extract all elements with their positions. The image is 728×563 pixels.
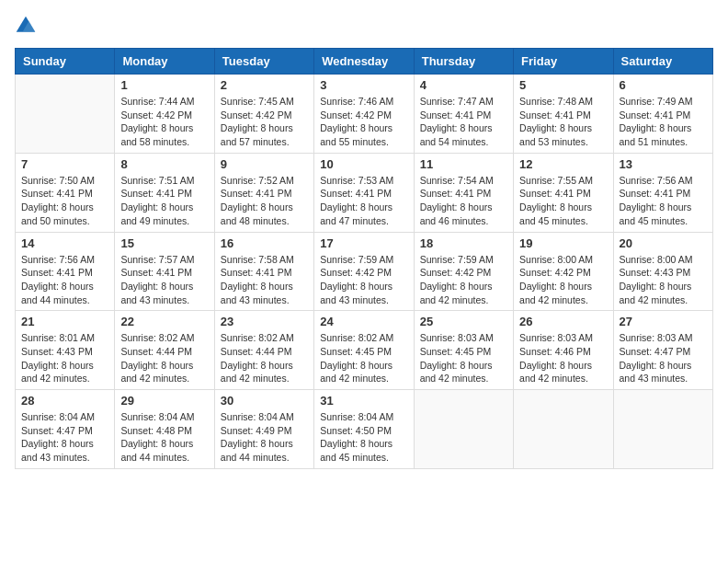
header-wednesday: Wednesday [314,49,414,75]
page-header [15,15,713,37]
day-number: 20 [620,236,707,250]
day-number: 14 [21,236,108,250]
day-detail: Sunrise: 8:00 AMSunset: 4:43 PMDaylight:… [620,253,707,307]
calendar-day-cell: 1Sunrise: 7:44 AMSunset: 4:42 PMDaylight… [115,75,214,154]
calendar-day-cell: 11Sunrise: 7:54 AMSunset: 4:41 PMDayligh… [414,153,513,232]
day-number: 23 [221,315,308,328]
day-detail: Sunrise: 7:45 AMSunset: 4:42 PMDaylight:… [221,95,308,149]
calendar-day-cell: 9Sunrise: 7:52 AMSunset: 4:41 PMDaylight… [214,153,313,232]
header-thursday: Thursday [414,49,513,75]
day-detail: Sunrise: 7:46 AMSunset: 4:42 PMDaylight:… [320,95,407,149]
calendar-day-cell: 19Sunrise: 8:00 AMSunset: 4:42 PMDayligh… [514,232,613,311]
day-detail: Sunrise: 8:04 AMSunset: 4:48 PMDaylight:… [120,410,208,465]
day-detail: Sunrise: 7:55 AMSunset: 4:41 PMDaylight:… [519,174,607,228]
logo [15,15,40,37]
day-number: 2 [221,78,308,92]
calendar-day-cell: 25Sunrise: 8:03 AMSunset: 4:45 PMDayligh… [414,311,513,390]
day-number: 6 [620,78,707,92]
header-friday: Friday [514,49,613,75]
day-detail: Sunrise: 8:03 AMSunset: 4:45 PMDaylight:… [420,331,507,385]
day-number: 30 [221,394,308,408]
day-detail: Sunrise: 8:03 AMSunset: 4:46 PMDaylight:… [519,331,607,385]
day-number: 16 [221,236,308,250]
day-number: 26 [519,315,607,328]
day-number: 5 [519,78,607,92]
calendar-day-cell [514,390,613,469]
day-detail: Sunrise: 7:47 AMSunset: 4:41 PMDaylight:… [420,95,507,149]
calendar-day-cell [16,75,115,154]
day-detail: Sunrise: 7:49 AMSunset: 4:41 PMDaylight:… [620,95,707,149]
calendar-day-cell: 12Sunrise: 7:55 AMSunset: 4:41 PMDayligh… [514,153,613,232]
day-detail: Sunrise: 7:50 AMSunset: 4:41 PMDaylight:… [21,174,108,228]
day-detail: Sunrise: 7:59 AMSunset: 4:42 PMDaylight:… [320,253,407,307]
day-number: 9 [221,157,308,171]
day-detail: Sunrise: 7:54 AMSunset: 4:41 PMDaylight:… [420,174,507,228]
day-number: 31 [320,394,407,408]
day-detail: Sunrise: 7:56 AMSunset: 4:41 PMDaylight:… [21,253,108,307]
calendar-day-cell: 18Sunrise: 7:59 AMSunset: 4:42 PMDayligh… [414,232,513,311]
day-detail: Sunrise: 8:04 AMSunset: 4:49 PMDaylight:… [221,410,308,465]
day-detail: Sunrise: 7:53 AMSunset: 4:41 PMDaylight:… [320,174,407,228]
day-detail: Sunrise: 7:44 AMSunset: 4:42 PMDaylight:… [120,95,208,149]
calendar-table: SundayMondayTuesdayWednesdayThursdayFrid… [15,48,713,469]
day-detail: Sunrise: 8:04 AMSunset: 4:50 PMDaylight:… [320,410,407,465]
calendar-day-cell: 2Sunrise: 7:45 AMSunset: 4:42 PMDaylight… [214,75,313,154]
calendar-day-cell: 26Sunrise: 8:03 AMSunset: 4:46 PMDayligh… [514,311,613,390]
day-detail: Sunrise: 8:03 AMSunset: 4:47 PMDaylight:… [620,331,707,385]
calendar-day-cell: 3Sunrise: 7:46 AMSunset: 4:42 PMDaylight… [314,75,414,154]
day-detail: Sunrise: 7:51 AMSunset: 4:41 PMDaylight:… [120,174,208,228]
day-number: 18 [420,236,507,250]
day-number: 27 [620,315,707,328]
day-detail: Sunrise: 7:57 AMSunset: 4:41 PMDaylight:… [120,253,208,307]
day-number: 13 [620,157,707,171]
day-detail: Sunrise: 8:01 AMSunset: 4:43 PMDaylight:… [21,331,108,385]
day-detail: Sunrise: 8:04 AMSunset: 4:47 PMDaylight:… [21,410,108,465]
day-number: 19 [519,236,607,250]
calendar-day-cell: 4Sunrise: 7:47 AMSunset: 4:41 PMDaylight… [414,75,513,154]
calendar-day-cell: 21Sunrise: 8:01 AMSunset: 4:43 PMDayligh… [16,311,115,390]
calendar-day-cell: 22Sunrise: 8:02 AMSunset: 4:44 PMDayligh… [115,311,214,390]
calendar-week-row: 1Sunrise: 7:44 AMSunset: 4:42 PMDaylight… [16,75,713,154]
day-number: 22 [120,315,208,328]
calendar-day-cell: 10Sunrise: 7:53 AMSunset: 4:41 PMDayligh… [314,153,414,232]
day-number: 7 [21,157,108,171]
day-number: 3 [320,78,407,92]
day-detail: Sunrise: 7:56 AMSunset: 4:41 PMDaylight:… [620,174,707,228]
calendar-day-cell: 29Sunrise: 8:04 AMSunset: 4:48 PMDayligh… [115,390,214,469]
calendar-week-row: 7Sunrise: 7:50 AMSunset: 4:41 PMDaylight… [16,153,713,232]
calendar-day-cell: 30Sunrise: 8:04 AMSunset: 4:49 PMDayligh… [214,390,313,469]
day-detail: Sunrise: 7:59 AMSunset: 4:42 PMDaylight:… [420,253,507,307]
header-tuesday: Tuesday [214,49,313,75]
calendar-week-row: 21Sunrise: 8:01 AMSunset: 4:43 PMDayligh… [16,311,713,390]
calendar-day-cell: 17Sunrise: 7:59 AMSunset: 4:42 PMDayligh… [314,232,414,311]
calendar-day-cell: 20Sunrise: 8:00 AMSunset: 4:43 PMDayligh… [613,232,712,311]
day-detail: Sunrise: 7:48 AMSunset: 4:41 PMDaylight:… [519,95,607,149]
day-number: 11 [420,157,507,171]
calendar-day-cell: 13Sunrise: 7:56 AMSunset: 4:41 PMDayligh… [613,153,712,232]
calendar-day-cell: 8Sunrise: 7:51 AMSunset: 4:41 PMDaylight… [115,153,214,232]
day-number: 12 [519,157,607,171]
calendar-week-row: 14Sunrise: 7:56 AMSunset: 4:41 PMDayligh… [16,232,713,311]
logo-icon [15,15,37,37]
day-number: 25 [420,315,507,328]
calendar-day-cell: 16Sunrise: 7:58 AMSunset: 4:41 PMDayligh… [214,232,313,311]
day-number: 8 [120,157,208,171]
calendar-day-cell: 31Sunrise: 8:04 AMSunset: 4:50 PMDayligh… [314,390,414,469]
header-monday: Monday [115,49,214,75]
day-detail: Sunrise: 8:00 AMSunset: 4:42 PMDaylight:… [519,253,607,307]
calendar-day-cell [414,390,513,469]
calendar-day-cell: 23Sunrise: 8:02 AMSunset: 4:44 PMDayligh… [214,311,313,390]
day-number: 28 [21,394,108,408]
day-number: 10 [320,157,407,171]
calendar-header-row: SundayMondayTuesdayWednesdayThursdayFrid… [16,49,713,75]
day-number: 17 [320,236,407,250]
calendar-week-row: 28Sunrise: 8:04 AMSunset: 4:47 PMDayligh… [16,390,713,469]
day-number: 1 [120,78,208,92]
day-detail: Sunrise: 8:02 AMSunset: 4:44 PMDaylight:… [221,331,308,385]
calendar-day-cell: 27Sunrise: 8:03 AMSunset: 4:47 PMDayligh… [613,311,712,390]
header-sunday: Sunday [16,49,115,75]
day-number: 21 [21,315,108,328]
calendar-day-cell: 6Sunrise: 7:49 AMSunset: 4:41 PMDaylight… [613,75,712,154]
header-saturday: Saturday [613,49,712,75]
day-detail: Sunrise: 7:58 AMSunset: 4:41 PMDaylight:… [221,253,308,307]
